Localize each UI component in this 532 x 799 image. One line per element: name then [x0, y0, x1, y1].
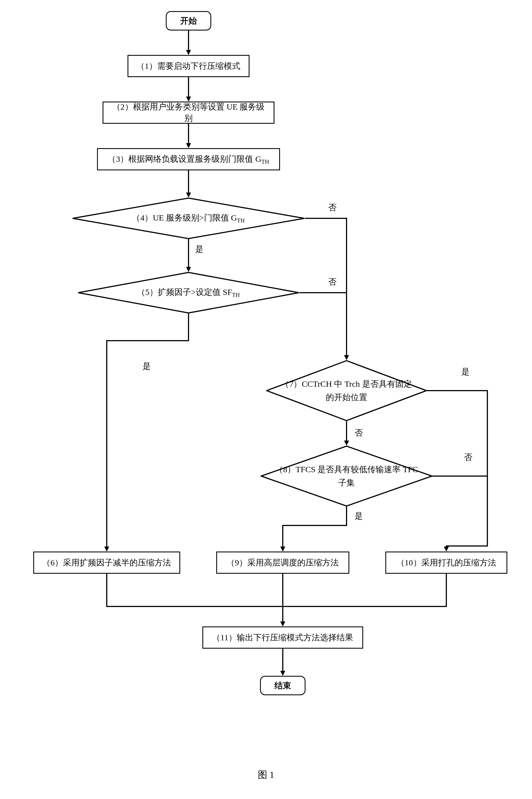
step4-text: （4）UE 服务级别>门限值 GTH — [121, 211, 256, 225]
arrow — [305, 218, 347, 219]
arrow — [188, 170, 189, 193]
arrow-head-icon — [280, 621, 285, 627]
arrow — [346, 218, 347, 355]
decision-step7: （7）CCTrCH 中 Trch 是否具有固定的开始位置 — [266, 360, 427, 421]
arrow — [282, 525, 283, 547]
arrow — [446, 574, 447, 607]
flowchart-container: 开始 （1）需要启动下行压缩模式 （2）根据用户业务类别等设置 UE 服务级别 … — [17, 11, 516, 760]
arrow-head-icon — [280, 547, 285, 551]
arrow — [299, 292, 347, 293]
step6-text: （6）采用扩频因子减半的压缩方法 — [42, 557, 171, 568]
step7-text: （7）CCTrCH 中 Trch 是否具有固定的开始位置 — [266, 377, 427, 404]
process-step3: （3）根据网络负载设置服务级别门限值 GTH — [97, 148, 280, 170]
step5-text: （5）扩频因子>设定值 SFTH — [126, 286, 251, 300]
process-step2: （2）根据用户业务类别等设置 UE 服务级别 — [102, 102, 274, 124]
arrow — [446, 545, 488, 547]
step1-text: （1）需要启动下行压缩模式 — [136, 60, 240, 72]
arrow — [346, 507, 347, 526]
end-text: 结束 — [274, 680, 291, 691]
decision-step8: （8）TFCS 是否具有较低传输速率 TFC 子集 — [261, 446, 433, 507]
step10-text: （10）采用打孔的压缩方法 — [396, 557, 496, 568]
arrow-head-icon — [344, 440, 349, 446]
arrow — [427, 390, 488, 391]
arrow — [282, 649, 283, 671]
label-yes: 是 — [354, 510, 364, 522]
arrow-head-icon — [186, 267, 191, 272]
arrow-head-icon — [186, 96, 191, 102]
process-step9: （9）采用高层调度的压缩方法 — [216, 551, 349, 574]
label-no: 否 — [327, 276, 338, 288]
figure-caption: 图 1 — [258, 768, 274, 781]
label-no: 否 — [463, 452, 474, 463]
arrow — [106, 574, 107, 607]
arrow — [188, 124, 189, 143]
arrow — [188, 239, 189, 267]
decision-step4: （4）UE 服务级别>门限值 GTH — [72, 198, 305, 239]
label-no: 否 — [327, 202, 338, 213]
arrow — [487, 390, 488, 547]
arrow — [106, 606, 447, 607]
label-yes: 是 — [460, 366, 471, 378]
terminator-start: 开始 — [166, 11, 211, 31]
decision-step5: （5）扩频因子>设定值 SFTH — [78, 272, 299, 313]
step11-text: （11）输出下行压缩模式方法选择结果 — [212, 632, 353, 643]
arrow-head-icon — [344, 355, 349, 360]
arrow-head-icon — [104, 547, 109, 551]
process-step1: （1）需要启动下行压缩模式 — [128, 55, 249, 77]
step9-text: （9）采用高层调度的压缩方法 — [227, 557, 339, 568]
process-step10: （10）采用打孔的压缩方法 — [385, 551, 507, 574]
terminator-end: 结束 — [260, 676, 305, 695]
arrow-head-icon — [186, 143, 191, 148]
arrow-head-icon — [186, 50, 191, 55]
arrow — [188, 77, 189, 96]
label-no: 否 — [354, 427, 364, 439]
arrow — [188, 31, 189, 50]
start-text: 开始 — [180, 15, 197, 26]
process-step6: （6）采用扩频因子减半的压缩方法 — [33, 551, 180, 574]
arrow — [188, 313, 189, 341]
arrow — [346, 421, 347, 440]
arrow — [106, 340, 107, 547]
process-step11: （11）输出下行压缩模式方法选择结果 — [202, 627, 363, 649]
step2-text: （2）根据用户业务类别等设置 UE 服务级别 — [109, 101, 268, 124]
step8-text: （8）TFCS 是否具有较低传输速率 TFC 子集 — [261, 463, 433, 489]
arrow — [282, 574, 283, 621]
arrow — [433, 475, 488, 477]
arrow — [282, 525, 347, 526]
arrow-head-icon — [280, 671, 285, 676]
arrow — [106, 340, 189, 341]
step3-text: （3）根据网络负载设置服务级别门限值 GTH — [108, 153, 269, 165]
label-yes: 是 — [141, 361, 152, 372]
arrow-head-icon — [186, 193, 191, 198]
label-yes: 是 — [194, 243, 205, 255]
arrow-head-icon — [444, 547, 449, 551]
